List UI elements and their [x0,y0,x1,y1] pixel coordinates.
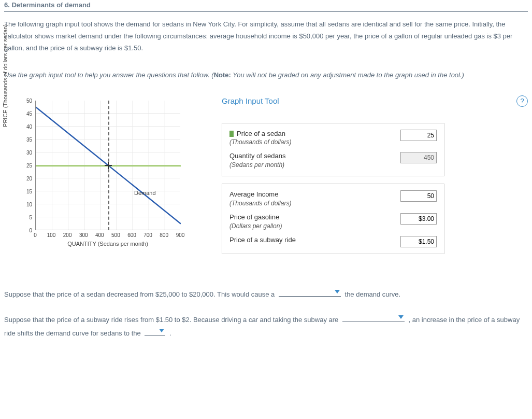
panel-title: Graph Input Tool [222,96,279,105]
quantity-label: Quantity of sedans (Sedans per month) [229,152,400,170]
x-tick: 0 [34,231,37,239]
note-rest: You will not be graded on any adjustment… [231,71,464,79]
note-paragraph: Use the graph input tool to help you ans… [4,69,528,81]
y-tick: 50 [26,97,32,105]
x-tick: 900 [176,231,185,239]
x-tick: 500 [111,231,120,239]
x-axis-label: QUANTITY (Sedans per month) [35,240,180,248]
q2-dropdown-direction[interactable] [145,326,165,336]
subway-input[interactable] [400,236,437,247]
plot-area[interactable]: Demand [35,101,180,230]
quantity-output [400,152,437,163]
q2-text-c: . [169,329,171,337]
x-tick: 100 [47,231,56,239]
input-panel: Graph Input Tool ? Price of a sedan (Tho… [222,95,528,261]
q1-dropdown[interactable] [279,287,341,297]
y-axis-label: PRICE (Thousands of dollars per sedan) [1,24,10,127]
question-1: Suppose that the price of a sedan decrea… [4,287,528,300]
x-tick: 200 [63,231,72,239]
y-tick: 45 [26,110,32,118]
note-bold: Note: [214,71,231,79]
x-tick: 300 [79,231,88,239]
y-ticks: 0 5 10 15 20 25 30 35 40 45 50 [23,101,33,230]
note-prefix: Use the graph input tool to help you ans… [4,71,214,79]
intro-paragraph: The following graph input tool shows the… [4,18,528,54]
x-tick: 400 [95,231,104,239]
question-2: Suppose that the price of a subway ride … [4,313,528,339]
q2-dropdown-relationship[interactable] [342,313,405,322]
x-tick: 700 [143,231,152,239]
q1-text-b: the demand curve. [345,290,401,298]
x-tick: 600 [127,231,136,239]
y-tick: 25 [26,162,32,170]
help-icon[interactable]: ? [516,95,528,107]
y-tick: 30 [26,149,32,157]
q2-text-a: Suppose that the price of a subway ride … [4,316,340,324]
x-ticks: 0 100 200 300 400 500 600 700 800 900 [35,231,180,239]
chart[interactable]: PRICE (Thousands of dollars per sedan) 0… [4,95,201,261]
gasoline-label: Price of gasoline (Dollars per gallon) [229,213,400,231]
q1-text-a: Suppose that the price of a sedan decrea… [4,290,277,298]
income-input[interactable] [400,190,437,202]
y-tick: 40 [26,123,32,131]
y-tick: 5 [29,214,32,221]
price-label: Price of a sedan (Thousands of dollars) [229,130,400,147]
section-header: 6. Determinants of demand [4,0,528,12]
panel-box-determinants: Average Income (Thousands of dollars) Pr… [222,184,444,254]
gasoline-input[interactable] [400,213,437,225]
demand-series-label: Demand [134,189,156,198]
x-tick: 800 [160,231,168,239]
subway-label: Price of a subway ride [229,236,400,245]
tool-container: PRICE (Thousands of dollars per sedan) 0… [4,95,528,261]
price-input[interactable] [400,130,437,141]
y-tick: 20 [26,175,32,183]
y-tick: 15 [26,188,32,195]
income-label: Average Income (Thousands of dollars) [229,190,400,208]
price-swatch [229,131,234,137]
y-tick: 0 [29,227,32,234]
intersection-point[interactable] [105,162,112,169]
y-tick: 35 [26,136,32,144]
y-tick: 10 [26,201,32,208]
panel-box-market: Price of a sedan (Thousands of dollars) … [222,123,444,177]
